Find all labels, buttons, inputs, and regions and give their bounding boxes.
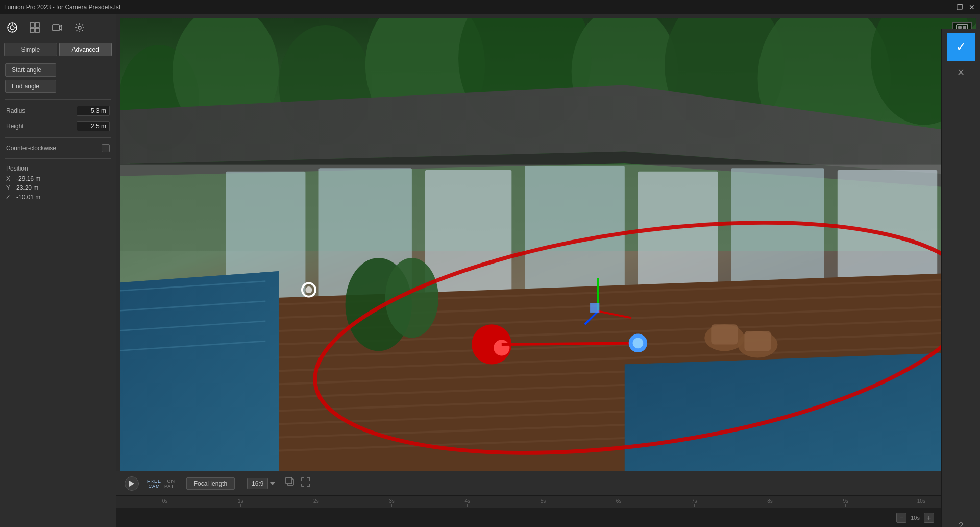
camera-mode-group: FREE CAM ON PATH	[147, 478, 178, 489]
copy-icon[interactable]	[285, 477, 296, 490]
svg-rect-57	[744, 331, 771, 351]
restore-button[interactable]: ❐	[955, 3, 964, 11]
tick-label-2: 2s	[308, 498, 324, 504]
svg-rect-9	[35, 28, 39, 32]
transform-icon[interactable]	[28, 20, 42, 35]
tick-label-10: 10s	[914, 498, 929, 504]
viewport-icon-group	[285, 477, 311, 490]
help-button[interactable]: ?	[947, 519, 975, 527]
tick-6s: 6s	[611, 498, 626, 507]
radius-row: Radius 5.3 m	[5, 104, 111, 118]
aspect-ratio-select[interactable]: 16:9	[247, 478, 275, 489]
confirm-panel: ✓ ✕ ?	[941, 29, 980, 527]
tick-label-3: 3s	[384, 498, 400, 504]
height-value[interactable]: 2.5 m	[77, 121, 110, 131]
position-section: Position X -29.16 m Y 23.20 m Z -10.01 m	[5, 163, 111, 204]
focal-length-button[interactable]: Focal length	[186, 477, 235, 490]
fullscreen-icon[interactable]	[301, 477, 311, 490]
scene-background	[120, 18, 976, 471]
tick-line-8	[770, 504, 770, 507]
minimize-button[interactable]: —	[943, 3, 951, 11]
svg-rect-78	[286, 477, 292, 484]
tick-label-9: 9s	[838, 498, 853, 504]
tick-label-6: 6s	[611, 498, 626, 504]
viewport-area: FREE CAM ON PATH Focal length 16:9	[116, 14, 980, 527]
zoom-value: 10s	[911, 515, 920, 521]
svg-line-63	[502, 343, 638, 345]
free-cam-label2: CAM	[149, 484, 160, 489]
svg-rect-6	[30, 23, 34, 27]
aspect-dropdown-icon	[270, 482, 275, 485]
counter-clockwise-checkbox[interactable]	[102, 144, 110, 152]
tick-3s: 3s	[384, 498, 400, 507]
video-icon[interactable]	[50, 20, 64, 35]
tab-simple[interactable]: Simple	[4, 43, 57, 56]
free-cam-mode[interactable]: FREE CAM	[147, 478, 161, 489]
svg-rect-10	[53, 25, 59, 31]
svg-point-62	[494, 340, 509, 355]
tick-label-4: 4s	[460, 498, 475, 504]
tick-line-0	[165, 504, 165, 507]
advanced-settings-icon[interactable]	[72, 20, 87, 35]
titlebar-title: Lumion Pro 2023 - for Camera Presdets.ls…	[4, 4, 120, 11]
tick-line-2	[316, 504, 316, 507]
cancel-button[interactable]: ✕	[947, 65, 975, 80]
zoom-out-button[interactable]: −	[896, 513, 906, 523]
tick-10s: 10s	[914, 498, 929, 507]
viewport[interactable]	[120, 18, 976, 471]
pos-x-value[interactable]: -29.16 m	[16, 175, 40, 182]
timeline-track[interactable]: − 10s +	[116, 508, 980, 527]
radius-value[interactable]: 5.3 m	[77, 106, 110, 116]
divider-3	[5, 158, 111, 159]
tab-advanced[interactable]: Advanced	[59, 43, 112, 56]
svg-point-11	[78, 26, 81, 29]
tick-label-1: 1s	[233, 498, 248, 504]
position-z-row: Z -10.01 m	[6, 193, 110, 202]
tick-label-8: 8s	[763, 498, 778, 504]
timeline-ruler: 0s 1s 2s 3s	[116, 496, 980, 508]
zoom-in-button[interactable]: +	[924, 513, 934, 523]
start-angle-button[interactable]: Start angle	[5, 63, 56, 77]
height-label: Height	[6, 123, 24, 130]
svg-rect-7	[35, 23, 39, 27]
tick-line-5	[543, 504, 543, 507]
close-button[interactable]: ✕	[968, 3, 976, 11]
titlebar: Lumion Pro 2023 - for Camera Presdets.ls…	[0, 0, 980, 14]
main-area: Simple Advanced Start angle End angle Ra…	[0, 14, 980, 527]
tick-0s: 0s	[157, 498, 173, 507]
confirm-button[interactable]: ✓	[947, 33, 975, 61]
radius-label: Radius	[6, 107, 25, 114]
on-path-label2: PATH	[164, 484, 178, 489]
tick-7s: 7s	[687, 498, 702, 507]
tick-label-0: 0s	[157, 498, 173, 504]
pos-y-value[interactable]: 23.20 m	[16, 184, 38, 191]
camera-settings-icon[interactable]	[5, 20, 19, 35]
tick-line-6	[619, 504, 619, 507]
zoom-controls: − 10s +	[896, 513, 934, 523]
play-button[interactable]	[125, 476, 139, 491]
bottom-bar: FREE CAM ON PATH Focal length 16:9	[116, 471, 980, 527]
tick-line-10	[921, 504, 921, 507]
tick-4s: 4s	[460, 498, 475, 507]
end-angle-button[interactable]: End angle	[5, 80, 56, 93]
titlebar-controls: — ❐ ✕	[943, 3, 976, 11]
divider-2	[5, 137, 111, 138]
timeline[interactable]: 0s 1s 2s 3s	[116, 495, 980, 527]
height-row: Height 2.5 m	[5, 119, 111, 133]
tick-line-4	[467, 504, 468, 507]
pos-z-value[interactable]: -10.01 m	[16, 194, 40, 201]
tick-line-3	[391, 504, 392, 507]
tick-line-1	[240, 504, 241, 507]
position-x-row: X -29.16 m	[6, 174, 110, 183]
svg-marker-47	[120, 271, 279, 471]
tick-marks: 0s 1s 2s 3s	[157, 498, 980, 507]
svg-rect-8	[30, 28, 34, 32]
pos-z-axis: Z	[6, 194, 13, 201]
counter-clockwise-row: Counter-clockwise	[5, 142, 111, 154]
position-y-row: Y 23.20 m	[6, 183, 110, 193]
svg-point-65	[632, 338, 643, 348]
tick-1s: 1s	[233, 498, 248, 507]
on-path-mode[interactable]: ON PATH	[164, 478, 178, 489]
free-cam-label: FREE	[147, 478, 161, 484]
tick-2s: 2s	[308, 498, 324, 507]
